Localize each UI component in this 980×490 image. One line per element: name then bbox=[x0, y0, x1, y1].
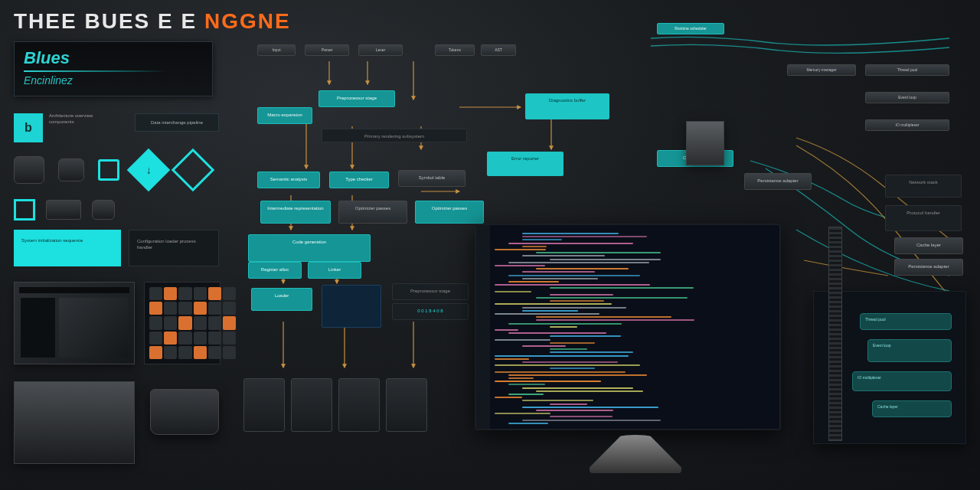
logo-subtitle: Encinlinez bbox=[24, 74, 203, 87]
logo-divider bbox=[24, 70, 167, 72]
mini-card bbox=[243, 378, 285, 432]
mini-card bbox=[386, 378, 427, 432]
chat-bubble: Cache layer bbox=[872, 400, 952, 417]
right-top-0: Runtime scheduler bbox=[657, 23, 724, 34]
flow-r2-0: Semantic analysis bbox=[257, 172, 320, 188]
flow-r3-1: Optimizer passes bbox=[338, 201, 407, 224]
recycle-icon bbox=[98, 159, 119, 181]
right-low-2: Network stack bbox=[885, 175, 962, 198]
logo-brand: Blues bbox=[24, 48, 203, 68]
mini-card bbox=[338, 378, 380, 432]
thumb-editor bbox=[14, 282, 135, 364]
module-icon bbox=[58, 158, 84, 181]
right-top-1: Memory manager bbox=[787, 64, 856, 76]
dark-panel-1: Configuration loader process handler bbox=[129, 230, 219, 266]
page-title: THEE BUES E E NGGNE bbox=[14, 9, 291, 34]
right-mid-2: IO multiplexer bbox=[865, 119, 949, 131]
flow-codebox-label: Preprocessor stage bbox=[392, 283, 469, 300]
bar-icon bbox=[46, 200, 81, 220]
flow-r5-1: Loader bbox=[251, 288, 312, 311]
legend-pill: Data interchange pipeline bbox=[135, 113, 219, 132]
legend-chip: b bbox=[14, 113, 43, 142]
chat-bubble: IO multiplexer bbox=[852, 371, 952, 391]
title-part1: THEE BUES E E bbox=[14, 9, 197, 33]
right-extra-0: Cache layer bbox=[894, 237, 963, 254]
monitor-stand bbox=[590, 435, 681, 473]
flow-r5-0: Linker bbox=[308, 262, 361, 279]
chat-bubble: Thread pool bbox=[860, 313, 952, 330]
flow-side-0: Diagnostics buffer bbox=[525, 93, 609, 119]
logo-card: Blues Encinlinez bbox=[14, 41, 213, 96]
thumb-hardware bbox=[14, 381, 135, 464]
flow-r4-1: Register alloc bbox=[248, 262, 302, 279]
flow-r2-2: Symbol table bbox=[398, 170, 466, 187]
mini-cards-row bbox=[243, 378, 427, 432]
flow-r4-0: Code generation bbox=[248, 234, 371, 262]
mini-card bbox=[291, 378, 332, 432]
diamond-outline-icon bbox=[172, 149, 215, 192]
thumb-keyboard bbox=[150, 389, 219, 435]
right-mid-1: Event loop bbox=[865, 92, 949, 103]
legend-text: Architecture overview components bbox=[49, 113, 118, 142]
monitor: /*placeholder*/ bbox=[475, 224, 796, 484]
flow-r3-0: Intermediate representation bbox=[260, 201, 331, 224]
thumb-icon-grid bbox=[144, 282, 220, 364]
flow-cyan-long: Primary rendering subsystem bbox=[322, 129, 467, 142]
flow-top-2: Lexer bbox=[358, 44, 403, 56]
right-low-3: Protocol handler bbox=[885, 205, 962, 231]
flow-side-1: Error reporter bbox=[487, 152, 564, 176]
flow-r1-0: Preprocessor stage bbox=[318, 90, 395, 107]
flow-top-1: Parser bbox=[305, 44, 349, 56]
chip-icon bbox=[92, 200, 115, 220]
flow-code-mini bbox=[322, 285, 381, 328]
shape-row bbox=[14, 199, 115, 220]
flow-top-0: Input bbox=[257, 44, 296, 56]
flow-r3-1b: Optimizer passes bbox=[415, 201, 484, 224]
square-outline-icon bbox=[14, 199, 35, 220]
flow-r1-1: Macro expansion bbox=[257, 107, 312, 124]
icon-row: ↓ bbox=[14, 155, 208, 185]
right-mid-0: Thread pool bbox=[865, 64, 949, 76]
flow-top-4: AST bbox=[481, 44, 516, 56]
legend-row: b Architecture overview components bbox=[14, 113, 118, 142]
title-part2: NGGNE bbox=[204, 9, 291, 33]
cyan-panel-1: System initialization sequence bbox=[14, 230, 121, 266]
film-strip-icon bbox=[828, 227, 842, 441]
chat-bubble: Event loop bbox=[867, 339, 952, 362]
diamond-filled-icon: ↓ bbox=[127, 149, 171, 192]
device-icon bbox=[14, 156, 44, 184]
flow-top-3: Tokens bbox=[435, 44, 475, 56]
right-low-1: Persistence adapter bbox=[744, 173, 812, 190]
monitor-screen: /*placeholder*/ bbox=[475, 224, 781, 430]
flow-r2-1: Type checker bbox=[329, 172, 389, 188]
right-cartridge-icon bbox=[686, 121, 724, 165]
flow-codebox-value: 0 0 1 8 4 0 8 bbox=[392, 303, 469, 320]
right-extra-1: Persistence adapter bbox=[894, 259, 963, 276]
